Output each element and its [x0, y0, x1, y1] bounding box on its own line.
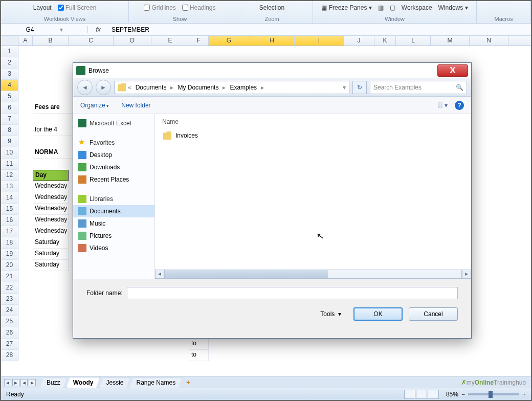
new-sheet-icon[interactable]: ✦: [186, 379, 191, 386]
crumb-mydocuments[interactable]: My Documents: [175, 83, 220, 92]
col-header-C[interactable]: C: [69, 36, 114, 46]
col-header-N[interactable]: N: [470, 36, 508, 46]
forward-button[interactable]: ►: [96, 80, 111, 95]
headings-checkbox[interactable]: [182, 5, 188, 11]
cell-F28[interactable]: to: [189, 350, 209, 361]
cell-B15[interactable]: Wednesday: [33, 204, 69, 215]
ribbon-selection[interactable]: Selection: [259, 4, 284, 11]
help-button[interactable]: ?: [455, 101, 464, 110]
row-header-14[interactable]: 14: [1, 192, 18, 204]
col-header-J[interactable]: J: [344, 36, 374, 46]
view-buttons[interactable]: [404, 390, 439, 399]
ribbon-workspace[interactable]: Workspace: [402, 4, 432, 11]
cell-B18[interactable]: Saturday: [33, 237, 69, 249]
back-button[interactable]: ◄: [77, 80, 93, 95]
select-all-corner[interactable]: [1, 36, 18, 46]
row-header-6[interactable]: 6: [1, 102, 18, 114]
sheet-tab-range-names[interactable]: Range Names: [129, 377, 182, 388]
zoom-out-icon[interactable]: −: [461, 391, 465, 398]
refresh-button[interactable]: ↻: [352, 81, 367, 94]
cell-F27[interactable]: to: [189, 339, 209, 350]
tree-libraries[interactable]: Libraries: [73, 193, 154, 205]
col-header-I[interactable]: I: [295, 36, 344, 46]
search-input[interactable]: Search Examples 🔍: [370, 81, 467, 94]
row-header-12[interactable]: 12: [1, 170, 18, 181]
row-header-8[interactable]: 8: [1, 125, 18, 136]
cell-B14[interactable]: Wednesday: [33, 192, 69, 204]
cell-B17[interactable]: Wednesday: [33, 226, 69, 237]
ribbon-layout[interactable]: Layout: [33, 4, 52, 11]
gridlines-checkbox[interactable]: [144, 5, 150, 11]
row-header-10[interactable]: 10: [1, 147, 18, 159]
folder-name-input[interactable]: [127, 287, 458, 299]
sheet-tab-woody[interactable]: Woody: [66, 377, 100, 388]
ribbon-fullscreen[interactable]: Full Screen: [65, 4, 97, 11]
row-header-1[interactable]: 1: [1, 46, 18, 57]
ribbon-windows[interactable]: Windows ▾: [438, 4, 468, 11]
ribbon-freeze[interactable]: ▦ Freeze Panes ▾: [321, 4, 371, 11]
row-header-21[interactable]: 21: [1, 271, 18, 282]
cell-B19[interactable]: Saturday: [33, 249, 69, 260]
col-header-E[interactable]: E: [151, 36, 189, 46]
row-header-16[interactable]: 16: [1, 215, 18, 226]
col-header-B[interactable]: B: [33, 36, 69, 46]
name-box[interactable]: G4▾: [1, 26, 88, 33]
split-icon[interactable]: ▥: [378, 4, 384, 11]
cancel-button[interactable]: Cancel: [409, 307, 458, 321]
col-header-L[interactable]: L: [396, 36, 431, 46]
ribbon-gridlines[interactable]: Gridlines: [151, 4, 175, 11]
row-header-25[interactable]: 25: [1, 316, 18, 327]
row-header-22[interactable]: 22: [1, 282, 18, 294]
tree-videos[interactable]: Videos: [73, 242, 154, 254]
zoom-in-icon[interactable]: +: [522, 391, 526, 398]
zoom-value[interactable]: 85%: [446, 391, 458, 398]
row-header-20[interactable]: 20: [1, 260, 18, 271]
file-item-invoices[interactable]: Invoices: [162, 129, 464, 142]
fx-icon[interactable]: fx: [88, 26, 108, 33]
row-header-28[interactable]: 28: [1, 350, 18, 361]
file-list-pane[interactable]: Name Invoices ◂▸: [155, 114, 471, 279]
ok-button[interactable]: OK: [353, 307, 403, 321]
sheet-tab-buzz[interactable]: Buzz: [40, 377, 67, 388]
row-header-13[interactable]: 13: [1, 181, 18, 192]
col-header-F[interactable]: F: [189, 36, 209, 46]
organize-button[interactable]: Organize: [80, 102, 109, 109]
formula-value[interactable]: SEPTEMBER: [108, 26, 149, 33]
sheet-tab-jessie[interactable]: Jessie: [99, 377, 130, 388]
cell-B20[interactable]: Saturday: [33, 260, 69, 271]
crumb-examples[interactable]: Examples: [228, 83, 259, 92]
view-mode-button[interactable]: ☷ ▾: [437, 102, 448, 109]
arrange-icon[interactable]: ▢: [390, 4, 395, 11]
tab-nav[interactable]: ◂▸◂▸: [4, 379, 36, 386]
tree-documents[interactable]: Documents: [73, 205, 154, 217]
close-button[interactable]: X: [437, 64, 468, 77]
row-header-2[interactable]: 2: [1, 57, 18, 69]
cell-B16[interactable]: Wednesday: [33, 215, 69, 226]
row-header-23[interactable]: 23: [1, 294, 18, 305]
row-header-19[interactable]: 19: [1, 249, 18, 260]
tree-excel[interactable]: Microsoft Excel: [73, 117, 154, 129]
col-header-K[interactable]: K: [374, 36, 396, 46]
horizontal-scrollbar[interactable]: ◂▸: [155, 270, 471, 279]
nav-tree[interactable]: Microsoft Excel ★Favorites Desktop Downl…: [73, 114, 155, 279]
ribbon-headings[interactable]: Headings: [190, 4, 216, 11]
row-header-24[interactable]: 24: [1, 305, 18, 316]
breadcrumb[interactable]: « Documents▸ My Documents▸ Examples▸ ▾: [114, 81, 349, 94]
tools-dropdown[interactable]: Tools ▾: [320, 310, 341, 318]
row-header-11[interactable]: 11: [1, 159, 18, 170]
tree-desktop[interactable]: Desktop: [73, 149, 154, 161]
cell-B13[interactable]: Wednesday: [33, 181, 69, 192]
row-header-18[interactable]: 18: [1, 237, 18, 249]
row-header-7[interactable]: 7: [1, 114, 18, 125]
tree-favorites[interactable]: ★Favorites: [73, 137, 154, 149]
column-header-name[interactable]: Name: [162, 118, 464, 129]
tree-recent[interactable]: Recent Places: [73, 173, 154, 186]
cell-B12[interactable]: Day: [33, 170, 69, 181]
crumb-documents[interactable]: Documents: [134, 83, 169, 92]
tree-downloads[interactable]: Downloads: [73, 161, 154, 173]
col-header-D[interactable]: D: [114, 36, 151, 46]
fullscreen-checkbox[interactable]: [58, 5, 64, 11]
col-header-A[interactable]: A: [18, 36, 33, 46]
row-header-3[interactable]: 3: [1, 69, 18, 80]
col-header-M[interactable]: M: [431, 36, 470, 46]
